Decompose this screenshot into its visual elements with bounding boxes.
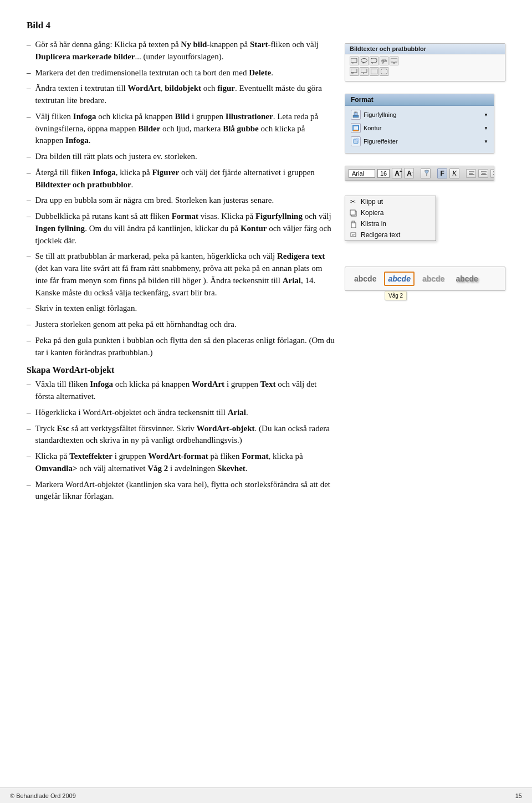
font-size-selector[interactable]: 16 [377, 169, 390, 178]
list-item: – Dra upp en bubbla som är några cm bred… [27, 195, 335, 207]
bildtexter-panel-title: Bildtexter och pratbubblor [345, 44, 505, 54]
list-item: – Markera WordArt-objektet (kantlinjen s… [27, 479, 335, 503]
svg-rect-43 [350, 210, 355, 215]
format-panel-title: Format [345, 94, 494, 106]
shape-speech-bubble[interactable] [350, 57, 359, 65]
list-content: Återgå till fliken Infoga, klicka på Fig… [35, 167, 335, 191]
list-content: Gör så här denna gång: Klicka på texten … [35, 39, 335, 63]
side-column: Bildtexter och pratbubblor [345, 39, 505, 507]
main-content: – Gör så här denna gång: Klicka på texte… [27, 39, 335, 507]
list-content: Växla till fliken Infoga och klicka på k… [35, 379, 335, 403]
list-dash: – [27, 111, 31, 147]
copy-menu-item[interactable]: Kopiera [345, 207, 436, 218]
wordart-tooltip: Våg 2 [385, 291, 407, 300]
list-dash: – [27, 151, 31, 163]
list-content: Högerklicka i WordArt-objektet och ändra… [35, 407, 335, 419]
list-dash: – [27, 335, 31, 359]
shape-rounded-bubble[interactable] [370, 57, 378, 65]
paste-menu-item[interactable]: Klistra in [345, 218, 436, 229]
figureffekter-label: Figureffekter [364, 138, 398, 145]
list-content: Se till att pratbubblan är markerad, pek… [35, 250, 335, 299]
list-dash: – [27, 423, 31, 447]
list-item: – Dra bilden till rätt plats och justera… [27, 151, 335, 163]
shape-arrow-callout-2[interactable] [360, 67, 369, 76]
figureffekter-button[interactable]: Figureffekter ▼ [349, 135, 490, 147]
list-dash: – [27, 303, 31, 315]
list-dash: – [27, 479, 31, 503]
list-item: – Återgå till fliken Infoga, klicka på F… [27, 167, 335, 191]
figurfyllning-icon [351, 110, 361, 120]
list-content: Dubbelklicka på rutans kant så att flike… [35, 211, 335, 247]
cut-menu-item[interactable]: ✂ Klipp ut [345, 196, 436, 207]
list-content: Peka på den gula punkten i bubblan och f… [35, 335, 335, 359]
list-content: Ändra texten i textrutan till WordArt, b… [35, 83, 335, 107]
list-item: – Ändra texten i textrutan till WordArt,… [27, 83, 335, 107]
edit-text-label: Redigera text [361, 231, 400, 239]
shape-explosion[interactable] [390, 57, 398, 65]
list-item: – Klicka på Texteffekter i gruppen WordA… [27, 451, 335, 475]
align-right-button[interactable] [490, 169, 494, 178]
main-bullet-list: – Gör så här denna gång: Klicka på texte… [27, 39, 335, 359]
shape-rounded-rect[interactable] [380, 67, 388, 76]
list-content: Skriv in texten enligt förlagan. [35, 303, 335, 315]
shape-rect[interactable] [370, 67, 378, 76]
wordart-style-2[interactable]: abcde [384, 272, 414, 286]
scissors-icon: ✂ [349, 197, 357, 206]
list-dash: – [27, 167, 31, 191]
align-center-button[interactable] [478, 169, 488, 178]
svg-rect-17 [381, 69, 387, 74]
figurfyllning-button[interactable]: Figurfyllning ▼ [349, 109, 490, 121]
figurfyllning-arrow: ▼ [484, 112, 488, 117]
wordart-style-3[interactable]: abcde [419, 272, 448, 285]
figurfyllning-label: Figurfyllning [364, 111, 396, 118]
shape-oval-bubble[interactable] [360, 57, 369, 65]
copy-label: Kopiera [361, 209, 383, 217]
page-heading: Bild 4 [27, 20, 505, 31]
list-content: Klicka på Texteffekter i gruppen WordArt… [35, 451, 335, 475]
list-item: – Dubbelklicka på rutans kant så att fli… [27, 211, 335, 247]
wordart-bullet-list: – Växla till fliken Infoga och klicka på… [27, 379, 335, 503]
list-dash: – [27, 379, 31, 403]
list-dash: – [27, 319, 31, 331]
shrink-font-button[interactable]: A- [404, 168, 414, 178]
grow-font-button[interactable]: A+ [392, 168, 402, 178]
bold-button[interactable]: F [437, 168, 447, 178]
svg-marker-11 [391, 58, 397, 64]
font-selector[interactable]: Arial [349, 169, 375, 178]
svg-rect-45 [352, 221, 355, 223]
list-dash: – [27, 211, 31, 247]
list-item: – Tryck Esc så att verktygsfältet försvi… [27, 423, 335, 447]
list-item: – Välj fliken Infoga och klicka på knapp… [27, 111, 335, 147]
context-menu-panel: ✂ Klipp ut Kopiera [345, 196, 436, 241]
svg-rect-12 [351, 69, 357, 73]
list-content: Markera WordArt-objektet (kantlinjen ska… [35, 479, 335, 503]
svg-rect-20 [353, 126, 359, 130]
list-content: Dra upp en bubbla som är några cm bred. … [35, 195, 335, 207]
list-item: – Justera storleken genom att peka på et… [27, 319, 335, 331]
list-dash: – [27, 39, 31, 63]
svg-point-23 [356, 138, 359, 141]
kontur-button[interactable]: Kontur ▼ [349, 122, 490, 134]
wordart-strip: abcde abcde abcde abcde [345, 267, 505, 291]
cut-label: Klipp ut [361, 198, 383, 206]
svg-point-10 [383, 62, 384, 63]
list-content: Tryck Esc så att verktygsfältet försvinn… [35, 423, 335, 447]
list-content: Välj fliken Infoga och klicka på knappen… [35, 111, 335, 147]
edit-text-menu-item[interactable]: Redigera text [345, 229, 436, 241]
shape-cloud-bubble[interactable] [380, 57, 388, 65]
wordart-panel-container: abcde abcde abcde abcde Våg 2 [345, 267, 505, 291]
align-left-button[interactable] [466, 169, 476, 178]
wordart-style-4[interactable]: abcde [452, 272, 481, 285]
list-dash: – [27, 195, 31, 207]
paint-button[interactable] [421, 168, 431, 178]
section-heading-wordart: Skapa WordArt-objekt [27, 365, 335, 375]
footer-right: 15 [515, 792, 522, 799]
shapes-row-2 [350, 67, 500, 76]
list-item: – Se till att pratbubblan är markerad, p… [27, 250, 335, 299]
shape-arrow-callout-1[interactable] [350, 67, 359, 76]
italic-button[interactable]: K [449, 168, 459, 178]
svg-rect-0 [351, 58, 357, 63]
footer-left: © Behandlade Ord 2009 [10, 792, 76, 799]
wordart-style-1[interactable]: abcde [351, 272, 380, 285]
svg-rect-4 [371, 58, 377, 63]
